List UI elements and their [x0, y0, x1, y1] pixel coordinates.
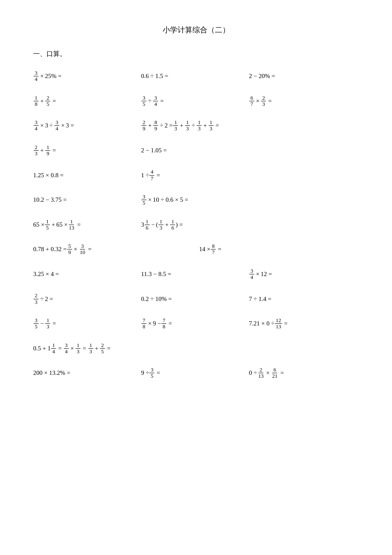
math-row-12: 0.5 + 1 14 = 34 × 13 = 13 + 25 = [33, 342, 359, 355]
expr-1-1: 34 × 25% = [33, 70, 141, 83]
expr-9-3: 34 ×12 = [249, 268, 357, 281]
expr-2-1: 18 + 25 = [33, 95, 141, 108]
math-row-6: 10.2 − 3.75 = 35 ×10 ÷ 0.6 × 5 = [33, 194, 359, 206]
math-row-1: 34 × 25% = 0.6 ÷ 1.5 = 2 − 20% = [33, 70, 359, 83]
expr-3-2: 29 + 89 ÷2 = 13 + 13 ÷ 13 + 13 = [141, 120, 307, 132]
math-row-2: 18 + 25 = 35 ÷ 34 = 67 × 23 = [33, 95, 359, 108]
math-row-3: 34 ×3 ÷ 34 ×3 = 29 + 89 ÷2 = 13 + 13 ÷ 1… [33, 120, 359, 132]
expr-10-1: 23 ÷2 = [33, 293, 141, 305]
expr-7-2: 3 16 − ( 13 + 16 ) = [141, 219, 307, 231]
math-row-10: 23 ÷2 = 0.2 ÷ 10% = 7 ÷ 1.4 = [33, 293, 359, 305]
expr-4-2: 2 − 1.05 = [141, 147, 249, 154]
expr-9-1: 3.25 × 4 = [33, 271, 141, 278]
expr-7-1: 65 × 15 +65 × 113 = [33, 219, 141, 231]
section-title: 一、口算。 [33, 50, 359, 59]
expr-5-1: 1.25 × 0.8 = [33, 172, 141, 179]
expr-2-2: 35 ÷ 34 = [141, 95, 249, 108]
expr-8-1: 0.78 + 0.32 = 59 × 310 = [33, 243, 199, 256]
expr-6-2: 35 ×10 ÷ 0.6 × 5 = [141, 194, 307, 206]
math-row-11: 35 − 13 = 78 ×9 − 78 = 7.21 × 0 ÷ 1213 = [33, 318, 359, 330]
expr-8-2: 14 × 87 = [199, 243, 307, 256]
expr-13-2: 9 ÷ 35 = [141, 367, 249, 379]
expr-1-2: 0.6 ÷ 1.5 = [141, 73, 249, 80]
math-row-5: 1.25 × 0.8 = 1 ÷ 47 = [33, 169, 359, 181]
expr-13-1: 200 × 13.2% = [33, 369, 141, 377]
math-row-13: 200 × 13.2% = 9 ÷ 35 = 0 ÷ 213 × 621 = [33, 367, 359, 379]
expr-11-1: 35 − 13 = [33, 318, 141, 330]
expr-11-2: 78 ×9 − 78 = [141, 318, 249, 330]
expr-10-2: 0.2 ÷ 10% = [141, 296, 249, 303]
expr-10-3: 7 ÷ 1.4 = [249, 296, 357, 303]
math-row-9: 3.25 × 4 = 11.3 − 8.5 = 34 ×12 = [33, 268, 359, 281]
expr-4-1: 23 + 19 = [33, 144, 141, 157]
expr-6-1: 10.2 − 3.75 = [33, 196, 141, 203]
math-row-8: 0.78 + 0.32 = 59 × 310 = 14 × 87 = [33, 243, 359, 256]
expr-13-3: 0 ÷ 213 × 621 = [249, 367, 357, 379]
expr-2-3: 67 × 23 = [249, 95, 357, 108]
expr-5-2: 1 ÷ 47 = [141, 169, 249, 181]
expr-12-1: 0.5 + 1 14 = 34 × 13 = 13 + 25 = [33, 342, 199, 355]
expr-1-3: 2 − 20% = [249, 73, 357, 80]
expr-11-3: 7.21 × 0 ÷ 1213 = [249, 318, 357, 330]
math-row-7: 65 × 15 +65 × 113 = 3 16 − ( 13 + 16 ) = [33, 219, 359, 231]
expr-9-2: 11.3 − 8.5 = [141, 271, 249, 278]
page-title: 小学计算综合（二） [33, 25, 359, 35]
math-row-4: 23 + 19 = 2 − 1.05 = [33, 144, 359, 157]
expr-3-1: 34 ×3 ÷ 34 ×3 = [33, 120, 141, 132]
